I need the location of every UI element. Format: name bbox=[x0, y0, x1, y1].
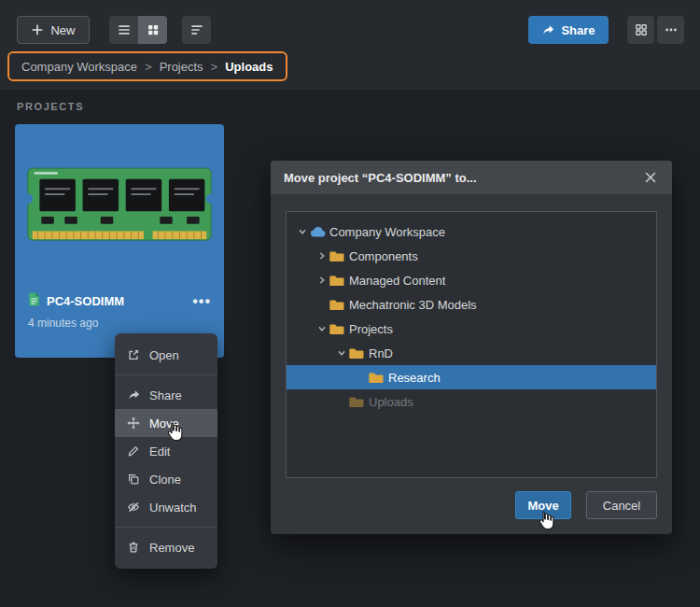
folder-icon bbox=[329, 299, 349, 311]
remove-icon bbox=[127, 541, 140, 554]
cloud-icon bbox=[310, 226, 329, 237]
tree-item-uploads: Uploads bbox=[287, 389, 656, 414]
apps-grid-button[interactable] bbox=[627, 16, 654, 44]
menu-item-label: Clone bbox=[149, 473, 181, 487]
tree-item-label: Components bbox=[349, 249, 418, 263]
menu-item-unwatch[interactable]: Unwatch bbox=[115, 493, 217, 521]
move-dialog-title: Move project “PC4-SODIMM” to... bbox=[284, 171, 642, 185]
context-menu: Open Share Move Edit Clone Unwatch Remov… bbox=[115, 333, 217, 569]
tree-item-label: RnD bbox=[369, 346, 393, 360]
share-button[interactable]: Share bbox=[528, 16, 609, 44]
folder-tree: Company Workspace Components Managed Con… bbox=[286, 211, 657, 478]
menu-item-label: Move bbox=[149, 416, 179, 431]
section-title: PROJECTS bbox=[17, 101, 84, 112]
menu-item-label: Unwatch bbox=[149, 501, 197, 515]
menu-divider bbox=[115, 374, 217, 375]
tree-item-label: Managed Content bbox=[349, 274, 445, 288]
cancel-button[interactable]: Cancel bbox=[586, 491, 657, 519]
folder-icon bbox=[329, 250, 349, 262]
tree-item-rnd[interactable]: RnD bbox=[287, 341, 656, 365]
grid-view-button[interactable] bbox=[138, 16, 167, 44]
chevron-down-icon[interactable] bbox=[294, 227, 310, 236]
move-icon bbox=[127, 416, 140, 430]
menu-item-share[interactable]: Share bbox=[115, 381, 217, 409]
move-confirm-button[interactable]: Move bbox=[515, 491, 571, 519]
tree-item-mechatronic-3d-models[interactable]: Mechatronic 3D Models bbox=[287, 292, 656, 317]
apps-grid-icon bbox=[634, 22, 649, 37]
grid-view-icon bbox=[146, 22, 161, 37]
tree-item-label: Mechatronic 3D Models bbox=[349, 298, 477, 312]
ellipsis-icon bbox=[664, 22, 679, 37]
sort-icon bbox=[189, 22, 204, 37]
document-icon bbox=[28, 292, 40, 310]
card-menu-button[interactable]: ••• bbox=[192, 297, 211, 306]
app-root: New Share Company Workspace > Projects >… bbox=[0, 0, 700, 607]
edit-icon bbox=[127, 445, 140, 458]
folder-icon bbox=[349, 347, 369, 360]
menu-item-clone[interactable]: Clone bbox=[115, 465, 217, 493]
folder-icon bbox=[369, 372, 388, 384]
plus-icon bbox=[31, 23, 44, 36]
view-toggle-group bbox=[109, 16, 167, 44]
tree-item-label: Research bbox=[388, 371, 441, 385]
tree-item-company-workspace[interactable]: Company Workspace bbox=[287, 219, 656, 244]
menu-item-remove[interactable]: Remove bbox=[115, 533, 217, 561]
menu-item-label: Open bbox=[149, 348, 179, 362]
ram-module-image bbox=[25, 164, 214, 250]
share-button-label: Share bbox=[561, 23, 595, 37]
open-icon bbox=[127, 348, 140, 361]
folder-icon bbox=[349, 396, 369, 408]
menu-item-move[interactable]: Move bbox=[115, 409, 217, 437]
move-dialog: Move project “PC4-SODIMM” to... Company … bbox=[271, 161, 672, 534]
breadcrumb-separator: > bbox=[211, 60, 218, 74]
chevron-right-icon[interactable] bbox=[314, 275, 329, 285]
new-button-label: New bbox=[50, 23, 75, 37]
menu-divider bbox=[115, 527, 217, 528]
chevron-down-icon[interactable] bbox=[333, 348, 349, 358]
menu-item-label: Edit bbox=[149, 445, 170, 459]
project-card[interactable]: PC4-SODIMM ••• 4 minutes ago bbox=[15, 124, 224, 358]
tree-item-components[interactable]: Components bbox=[287, 244, 656, 268]
list-view-icon bbox=[117, 22, 132, 37]
unwatch-icon bbox=[127, 501, 140, 514]
tree-item-managed-content[interactable]: Managed Content bbox=[287, 268, 656, 292]
share-arrow-icon bbox=[541, 23, 554, 36]
menu-item-label: Share bbox=[149, 388, 182, 402]
breadcrumb-item-company-workspace[interactable]: Company Workspace bbox=[21, 60, 137, 74]
project-timestamp: 4 minutes ago bbox=[28, 317, 211, 330]
close-icon[interactable] bbox=[642, 169, 659, 186]
tree-item-label: Company Workspace bbox=[329, 225, 445, 239]
breadcrumb-item-uploads[interactable]: Uploads bbox=[225, 60, 273, 74]
breadcrumb: Company Workspace > Projects > Uploads bbox=[7, 51, 287, 81]
project-title: PC4-SODIMM bbox=[47, 294, 186, 308]
tree-item-projects[interactable]: Projects bbox=[287, 317, 656, 341]
new-button[interactable]: New bbox=[17, 16, 90, 44]
project-card-info: PC4-SODIMM ••• 4 minutes ago bbox=[15, 290, 224, 330]
chevron-right-icon[interactable] bbox=[314, 251, 329, 261]
move-dialog-header: Move project “PC4-SODIMM” to... bbox=[271, 161, 672, 194]
menu-item-label: Remove bbox=[149, 541, 194, 555]
breadcrumb-separator: > bbox=[145, 60, 152, 74]
share-icon bbox=[127, 388, 140, 402]
list-view-button[interactable] bbox=[109, 16, 138, 44]
tree-item-label: Projects bbox=[349, 322, 393, 336]
project-thumbnail bbox=[15, 124, 224, 290]
clone-icon bbox=[127, 473, 140, 486]
breadcrumb-item-projects[interactable]: Projects bbox=[160, 60, 203, 74]
menu-item-edit[interactable]: Edit bbox=[115, 437, 217, 465]
tree-item-label: Uploads bbox=[369, 395, 413, 409]
sort-button[interactable] bbox=[182, 16, 211, 44]
more-options-button[interactable] bbox=[657, 16, 684, 44]
chevron-down-icon[interactable] bbox=[314, 324, 329, 333]
tree-item-research[interactable]: Research bbox=[287, 365, 656, 389]
folder-icon bbox=[329, 323, 349, 335]
folder-icon bbox=[329, 275, 349, 287]
menu-item-open[interactable]: Open bbox=[115, 341, 217, 369]
